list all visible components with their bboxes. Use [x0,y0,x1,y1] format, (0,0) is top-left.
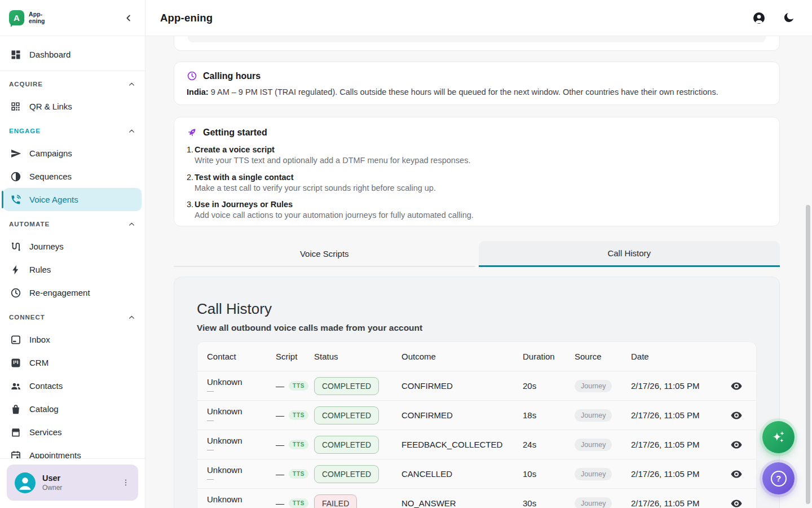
view-details-button[interactable] [729,408,744,423]
user-menu-button[interactable] [120,475,131,491]
column-header-script: Script [276,352,314,361]
calling-hours-text: India: 9 AM – 9 PM IST (TRAI regulated).… [187,87,767,97]
column-header-outcome: Outcome [401,352,523,361]
status-badge: COMPLETED [314,465,379,483]
tts-badge: TTS [289,469,308,479]
duration-value: 24s [523,440,575,449]
sidebar-item-journeys[interactable]: Journeys [3,235,142,258]
source-badge: Journey [575,409,612,422]
contact-sub: — [207,505,276,508]
sidebar-item-qr-links[interactable]: QR & Links [3,95,142,118]
page-title: App-ening [160,12,213,24]
date-value: 2/17/26, 11:05 PM [631,410,716,420]
app-logo-icon: A [9,10,24,25]
sidebar-item-campaigns[interactable]: Campaigns [3,142,142,165]
user-avatar-icon[interactable] [752,11,766,25]
call-history-title: Call History [197,300,757,318]
call-history-table: Contact Script Status Outcome Duration S… [197,341,757,508]
column-header-duration: Duration [523,352,575,361]
sidebar-item-services[interactable]: Services [3,421,142,444]
status-badge: COMPLETED [314,377,379,395]
dark-mode-moon-icon[interactable] [783,11,796,25]
ai-assistant-button[interactable] [762,421,795,453]
date-value: 2/17/26, 11:05 PM [631,469,716,479]
clock-icon [187,71,197,81]
contact-sub: — [207,387,276,395]
app-logo[interactable]: A App-ening [9,10,45,25]
getting-started-card: Getting started 1.Create a voice script … [174,117,780,226]
scrolled-card-inner [188,36,766,42]
section-header-acquire[interactable]: ACQUIRE [0,73,145,95]
getting-started-step: 3.Use in Journeys or Rules Add voice cal… [187,200,767,220]
view-details-button[interactable] [729,379,744,393]
user-avatar [15,472,36,493]
help-button[interactable]: ? [762,462,795,494]
duration-value: 20s [523,381,575,391]
table-row: Unknown— —TTS COMPLETED FEEDBACK_COLLECT… [197,430,756,459]
contact-sub: — [207,417,276,424]
sidebar-item-sequences[interactable]: Sequences [3,165,142,188]
sidebar-item-dashboard[interactable]: Dashboard [3,43,142,66]
dots-vertical-icon [121,478,130,487]
top-header: App-ening [145,0,812,36]
app-logo-text: App-ening [29,11,45,24]
storefront-icon [10,427,21,438]
user-role: Owner [42,484,113,492]
date-value: 2/17/26, 11:05 PM [631,381,716,391]
duration-value: 30s [523,498,575,508]
status-badge: FAILED [314,494,357,508]
source-badge: Journey [575,497,612,508]
sidebar-item-inbox[interactable]: Inbox [3,328,142,351]
sidebar-item-voice-agents[interactable]: Voice Agents [3,188,142,211]
sidebar-header: A App-ening [0,0,145,36]
page-scrollbar[interactable] [806,205,810,504]
section-header-engage[interactable]: ENGAGE [0,120,145,142]
tab-voice-scripts[interactable]: Voice Scripts [174,241,475,267]
outcome-value: CONFIRMED [401,381,523,391]
calendar-icon [10,450,21,459]
tab-call-history[interactable]: Call History [479,241,780,267]
sidebar-item-crm[interactable]: CRM [3,351,142,374]
view-details-button[interactable] [729,496,744,508]
rocket-icon [187,127,197,138]
sidebar-item-appointments[interactable]: Appointments [3,444,142,458]
sidebar: A App-ening Dashboard ACQUIRE [0,0,145,508]
sidebar-item-re-engagement[interactable]: Re-engagement [3,281,142,304]
user-meta: User Owner [42,474,113,492]
contact-sub: — [207,446,276,454]
shopping-bag-icon [10,404,21,415]
phone-call-icon [10,194,21,205]
user-card[interactable]: User Owner [7,465,138,501]
view-details-button[interactable] [729,437,744,452]
view-details-button[interactable] [729,467,744,481]
sidebar-item-contacts[interactable]: Contacts [3,374,142,397]
status-badge: COMPLETED [314,406,379,424]
contrast-icon [10,171,21,182]
kanban-icon [10,357,21,369]
qr-code-icon [10,101,21,112]
table-row: Unknown— —TTS COMPLETED CONFIRMED 20s Jo… [197,371,756,400]
route-icon [10,241,21,252]
contact-sub: — [207,475,276,483]
sidebar-item-rules[interactable]: Rules [3,258,142,281]
outcome-value: CANCELLED [401,469,523,479]
table-row: Unknown— —TTS COMPLETED CANCELLED 10s Jo… [197,459,756,488]
table-row: Unknown— —TTS COMPLETED CONFIRMED 18s Jo… [197,400,756,430]
contact-name: Unknown [207,436,276,445]
tts-badge: TTS [289,498,308,508]
section-header-connect[interactable]: CONNECT [0,306,145,328]
tab-bar: Voice Scripts Call History [174,241,780,267]
column-header-source: Source [575,352,631,361]
source-badge: Journey [575,439,612,451]
sidebar-collapse-button[interactable] [121,11,136,25]
contact-name: Unknown [207,406,276,416]
tts-badge: TTS [289,440,308,449]
sidebar-item-catalog[interactable]: Catalog [3,397,142,421]
sidebar-user-area: User Owner [0,458,145,508]
column-header-date: Date [631,352,716,361]
section-header-automate[interactable]: AUTOMATE [0,213,145,235]
message-square-icon [10,334,21,345]
chevron-up-icon [127,127,136,135]
duration-value: 10s [523,469,575,479]
sidebar-nav: Dashboard ACQUIRE QR & Links ENGAGE C [0,36,145,458]
